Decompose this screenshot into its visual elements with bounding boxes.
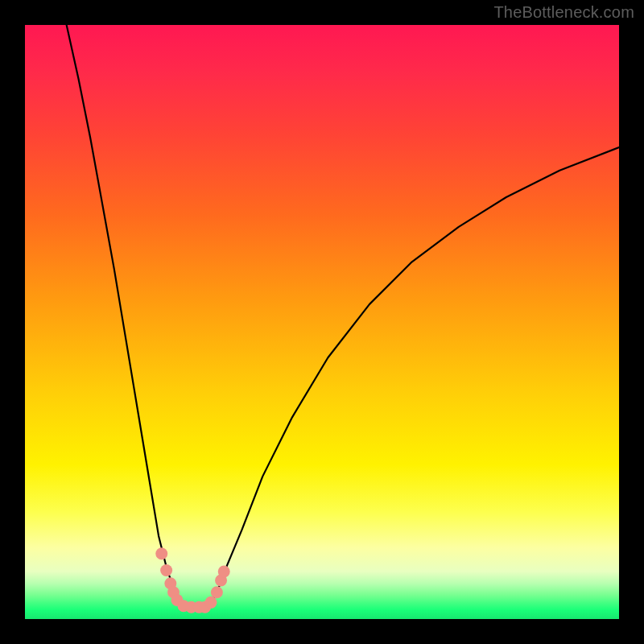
data-marker xyxy=(218,565,230,577)
series-left-curve xyxy=(67,25,186,607)
data-marker xyxy=(204,597,217,609)
data-marker xyxy=(160,564,172,576)
data-marker xyxy=(211,586,223,598)
series-right-curve xyxy=(209,147,619,607)
curve-group xyxy=(67,25,619,607)
chart-svg xyxy=(25,25,619,619)
watermark-text: TheBottleneck.com xyxy=(493,3,634,22)
chart-frame: TheBottleneck.com xyxy=(0,0,644,644)
marker-group xyxy=(155,547,229,613)
data-marker xyxy=(155,547,167,559)
plot-area xyxy=(25,25,619,619)
